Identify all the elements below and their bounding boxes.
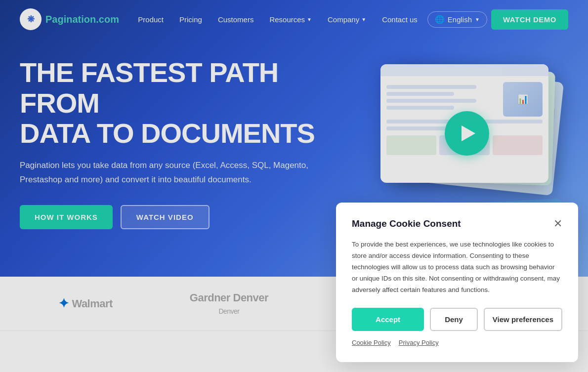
cookie-footer: Cookie Policy Privacy Policy — [352, 339, 562, 346]
cookie-accept-button[interactable]: Accept — [352, 308, 424, 331]
privacy-policy-link[interactable]: Privacy Policy — [399, 339, 439, 346]
cookie-body-text: To provide the best experiences, we use … — [352, 239, 562, 296]
cookie-header: Manage Cookie Consent ✕ — [352, 218, 562, 229]
cookie-policy-link[interactable]: Cookie Policy — [352, 339, 391, 346]
cookie-modal: Manage Cookie Consent ✕ To provide the b… — [336, 203, 578, 362]
cookie-overlay: Manage Cookie Consent ✕ To provide the b… — [0, 0, 588, 372]
cookie-actions: Accept Deny View preferences — [352, 308, 562, 331]
cookie-close-button[interactable]: ✕ — [553, 218, 562, 229]
cookie-deny-button[interactable]: Deny — [430, 308, 478, 331]
cookie-title: Manage Cookie Consent — [352, 218, 461, 229]
cookie-preferences-button[interactable]: View preferences — [484, 308, 562, 331]
